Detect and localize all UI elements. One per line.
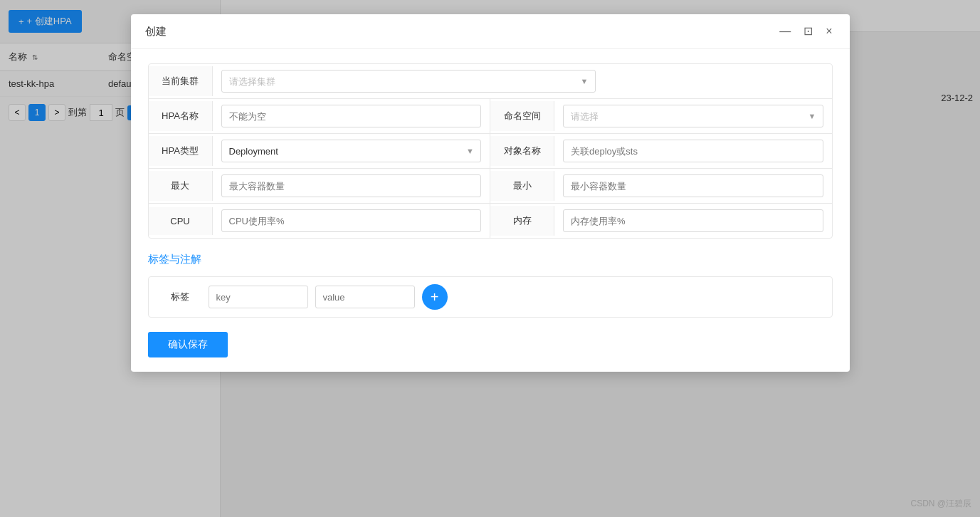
target-name-input-wrap <box>554 134 832 168</box>
max-cell: 最大 <box>149 169 490 203</box>
save-button[interactable]: 确认保存 <box>148 332 228 357</box>
max-label: 最大 <box>149 171 213 201</box>
namespace-label: 命名空间 <box>490 101 554 131</box>
tags-section: 标签与注解 标签 + <box>148 253 833 318</box>
modal-body: 当前集群 请选择集群 ▼ HPA名称 <box>131 49 850 372</box>
min-label: 最小 <box>490 171 554 201</box>
cpu-input-wrap <box>213 204 490 238</box>
max-input[interactable] <box>221 174 482 197</box>
memory-label: 内存 <box>490 206 554 236</box>
cluster-select-wrap: 请选择集群 ▼ <box>213 64 604 98</box>
tag-label: 标签 <box>159 291 201 303</box>
hpa-name-cell: HPA名称 <box>149 99 490 133</box>
hpa-name-label: HPA名称 <box>149 101 213 131</box>
hpa-type-target-row: HPA类型 Deployment ▼ 对象名称 <box>149 134 832 169</box>
cluster-row: 当前集群 请选择集群 ▼ <box>149 64 832 99</box>
hpa-type-cell: HPA类型 Deployment ▼ <box>149 134 490 168</box>
cluster-cell: 当前集群 请选择集群 ▼ <box>149 64 604 98</box>
min-cell: 最小 <box>490 169 832 203</box>
namespace-cell: 命名空间 请选择 ▼ <box>490 99 832 133</box>
modal-controls: — ⊡ × <box>776 24 835 38</box>
memory-input[interactable] <box>563 209 823 232</box>
tags-title: 标签与注解 <box>148 253 833 266</box>
hpa-type-select[interactable]: Deployment <box>221 140 482 162</box>
hpa-name-input-wrap <box>213 99 490 133</box>
namespace-select[interactable]: 请选择 <box>563 105 823 127</box>
hpa-type-select-wrap: Deployment ▼ <box>213 134 490 168</box>
tags-row: 标签 + <box>148 276 833 318</box>
cpu-cell: CPU <box>149 204 490 238</box>
modal-title: 创建 <box>145 25 167 38</box>
target-name-cell: 对象名称 <box>490 134 832 168</box>
cpu-memory-row: CPU 内存 <box>149 204 832 238</box>
memory-cell: 内存 <box>490 204 832 238</box>
cluster-label: 当前集群 <box>149 66 213 96</box>
watermark: CSDN @汪碧辰 <box>910 498 971 510</box>
cluster-select[interactable]: 请选择集群 <box>221 70 596 93</box>
close-button[interactable]: × <box>823 24 835 38</box>
cpu-input[interactable] <box>221 209 482 232</box>
target-name-input[interactable] <box>563 140 823 162</box>
hpa-name-input[interactable] <box>221 105 482 127</box>
tag-add-button[interactable]: + <box>422 284 448 310</box>
form-section: 当前集群 请选择集群 ▼ HPA名称 <box>148 63 833 239</box>
max-input-wrap <box>213 169 490 203</box>
modal-header: 创建 — ⊡ × <box>131 14 850 49</box>
min-input-wrap <box>554 169 832 203</box>
hpa-name-ns-row: HPA名称 命名空间 请选择 ▼ <box>149 99 832 134</box>
cluster-row-spacer <box>604 64 832 98</box>
namespace-select-wrap: 请选择 ▼ <box>554 99 832 133</box>
target-name-label: 对象名称 <box>490 136 554 166</box>
memory-input-wrap <box>554 204 832 238</box>
hpa-type-label: HPA类型 <box>149 136 213 166</box>
create-modal: 创建 — ⊡ × 当前集群 请选择集群 <box>131 14 850 372</box>
modal-overlay: 创建 — ⊡ × 当前集群 请选择集群 <box>0 0 980 517</box>
restore-button[interactable]: ⊡ <box>801 24 816 38</box>
minimize-button[interactable]: — <box>776 24 794 38</box>
tag-value-input[interactable] <box>315 286 415 308</box>
max-min-row: 最大 最小 <box>149 169 832 204</box>
min-input[interactable] <box>563 174 823 197</box>
tag-key-input[interactable] <box>209 286 308 308</box>
cpu-label: CPU <box>149 207 213 235</box>
